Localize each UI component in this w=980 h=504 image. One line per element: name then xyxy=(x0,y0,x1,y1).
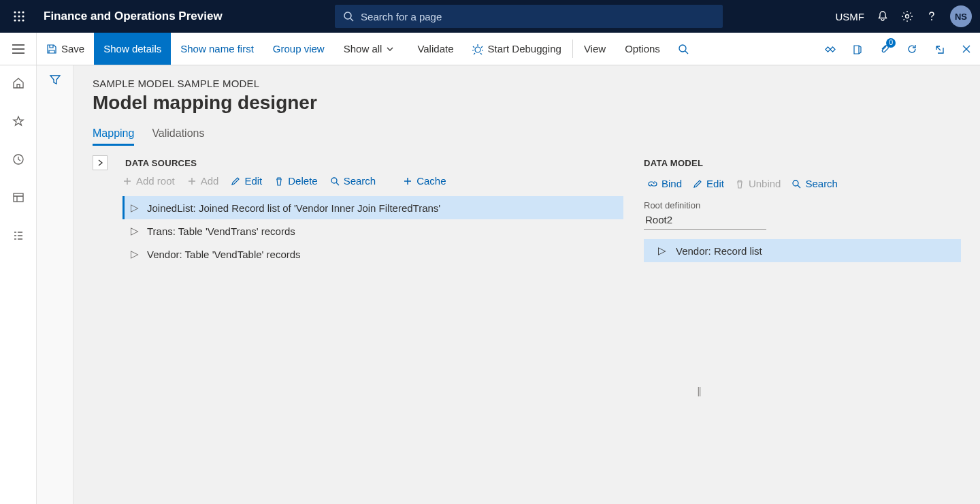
save-button[interactable]: Save xyxy=(37,33,94,65)
svg-point-7 xyxy=(18,19,20,21)
breadcrumb: SAMPLE MODEL SAMPLE MODEL xyxy=(93,78,961,89)
panel-expand-handle[interactable] xyxy=(93,155,108,170)
pencil-icon xyxy=(693,179,702,189)
data-sources-heading: DATA SOURCES xyxy=(125,158,623,168)
svg-point-22 xyxy=(793,180,798,186)
options-menu[interactable]: Options xyxy=(615,33,670,65)
office-button[interactable] xyxy=(844,33,871,65)
search-icon xyxy=(791,179,801,189)
view-menu[interactable]: View xyxy=(574,33,615,65)
svg-point-8 xyxy=(22,19,24,21)
svg-point-0 xyxy=(14,11,16,13)
chevron-down-icon xyxy=(386,45,394,53)
tree-node[interactable]: ▷ Vendor: Record list xyxy=(644,239,961,262)
recent-icon[interactable] xyxy=(7,148,29,170)
close-button[interactable] xyxy=(953,33,980,65)
caret-right-icon[interactable]: ▷ xyxy=(658,245,666,257)
favorites-icon[interactable] xyxy=(7,110,29,132)
attach-button[interactable]: 0 xyxy=(871,33,898,65)
delete-button[interactable]: Delete xyxy=(274,175,317,187)
data-model-tree: ▷ Vendor: Record list xyxy=(644,239,961,262)
validate-button[interactable]: Validate xyxy=(408,33,463,65)
show-all-dropdown[interactable]: Show all xyxy=(334,33,408,65)
tree-node[interactable]: ▷ Trans: Table 'VendTrans' records xyxy=(122,219,623,242)
search-icon xyxy=(343,11,354,22)
company-label[interactable]: USMF xyxy=(836,11,865,22)
caret-right-icon[interactable]: ▷ xyxy=(131,248,137,260)
avatar[interactable]: NS xyxy=(950,5,972,27)
gear-icon[interactable] xyxy=(901,10,913,22)
hamburger-icon[interactable] xyxy=(0,33,37,65)
help-icon[interactable] xyxy=(926,10,938,22)
search-icon xyxy=(330,176,340,186)
add-root-button[interactable]: Add root xyxy=(122,175,175,187)
home-icon[interactable] xyxy=(7,72,29,94)
root-definition-label: Root definition xyxy=(644,200,961,210)
column-splitter[interactable]: ‖ xyxy=(697,385,702,396)
tree-node-label: Trans: Table 'VendTrans' records xyxy=(147,225,295,237)
pencil-icon xyxy=(231,176,240,186)
svg-point-9 xyxy=(344,12,351,19)
popout-button[interactable] xyxy=(926,33,953,65)
group-view-button[interactable]: Group view xyxy=(263,33,334,65)
add-button[interactable]: Add xyxy=(187,175,219,187)
dm-search-button[interactable]: Search xyxy=(791,178,838,189)
tree-node-label: JoinedList: Joined Record list of 'Vendo… xyxy=(147,202,440,214)
trash-icon xyxy=(274,176,284,186)
search-button[interactable]: Search xyxy=(330,175,376,187)
find-button[interactable] xyxy=(670,33,697,65)
bug-icon xyxy=(472,44,483,54)
data-sources-tree: ▷ JoinedList: Joined Record list of 'Ven… xyxy=(122,196,623,266)
plus-icon xyxy=(187,176,197,186)
tab-validations[interactable]: Validations xyxy=(152,127,204,146)
svg-line-23 xyxy=(798,185,800,188)
data-sources-panel: DATA SOURCES Add root Add Edit xyxy=(93,158,623,266)
addins-button[interactable] xyxy=(817,33,844,65)
app-launcher-icon[interactable] xyxy=(8,5,30,27)
dm-edit-button[interactable]: Edit xyxy=(693,178,724,189)
filter-icon[interactable] xyxy=(49,74,61,504)
show-details-button[interactable]: Show details xyxy=(94,33,171,65)
save-label: Save xyxy=(61,43,84,54)
modules-icon[interactable] xyxy=(7,225,29,247)
search-box[interactable] xyxy=(335,5,723,28)
workspaces-icon[interactable] xyxy=(7,187,29,208)
svg-point-12 xyxy=(931,19,932,20)
svg-point-14 xyxy=(679,45,686,52)
tree-node[interactable]: ▷ JoinedList: Joined Record list of 'Ven… xyxy=(122,196,623,219)
attach-badge: 0 xyxy=(886,38,896,48)
cache-button[interactable]: Cache xyxy=(403,175,446,187)
svg-point-2 xyxy=(22,11,24,13)
plus-icon xyxy=(122,176,132,186)
root-definition-value[interactable]: Root2 xyxy=(644,210,766,230)
plus-icon xyxy=(403,176,412,186)
tree-node-label: Vendor: Record list xyxy=(676,245,762,257)
refresh-button[interactable] xyxy=(898,33,926,65)
svg-line-21 xyxy=(336,183,339,185)
nav-rail xyxy=(0,65,37,504)
tab-mapping[interactable]: Mapping xyxy=(93,127,134,146)
search-input[interactable] xyxy=(361,11,715,22)
svg-point-1 xyxy=(18,11,20,13)
caret-right-icon[interactable]: ▷ xyxy=(131,202,137,214)
svg-point-6 xyxy=(14,19,16,21)
bell-icon[interactable] xyxy=(877,10,889,22)
data-model-heading: DATA MODEL xyxy=(644,158,961,168)
show-name-first-button[interactable]: Show name first xyxy=(171,33,263,65)
start-debugging-button[interactable]: Start Debugging xyxy=(463,33,570,65)
caret-right-icon[interactable]: ▷ xyxy=(131,225,137,237)
top-bar: Finance and Operations Preview USMF NS xyxy=(0,0,980,33)
svg-rect-16 xyxy=(826,46,830,51)
unbind-button[interactable]: Unbind xyxy=(735,178,781,189)
svg-line-10 xyxy=(350,18,353,21)
tree-node[interactable]: ▷ Vendor: Table 'VendTable' records xyxy=(122,242,623,266)
trash-icon xyxy=(735,179,745,189)
command-bar: Save Show details Show name first Group … xyxy=(0,33,980,65)
content: SAMPLE MODEL SAMPLE MODEL Model mapping … xyxy=(74,65,980,504)
filter-rail xyxy=(37,65,74,504)
svg-line-15 xyxy=(685,51,688,54)
edit-button[interactable]: Edit xyxy=(231,175,262,187)
svg-point-4 xyxy=(18,15,20,17)
svg-rect-17 xyxy=(830,46,835,51)
bind-button[interactable]: Bind xyxy=(648,178,682,189)
